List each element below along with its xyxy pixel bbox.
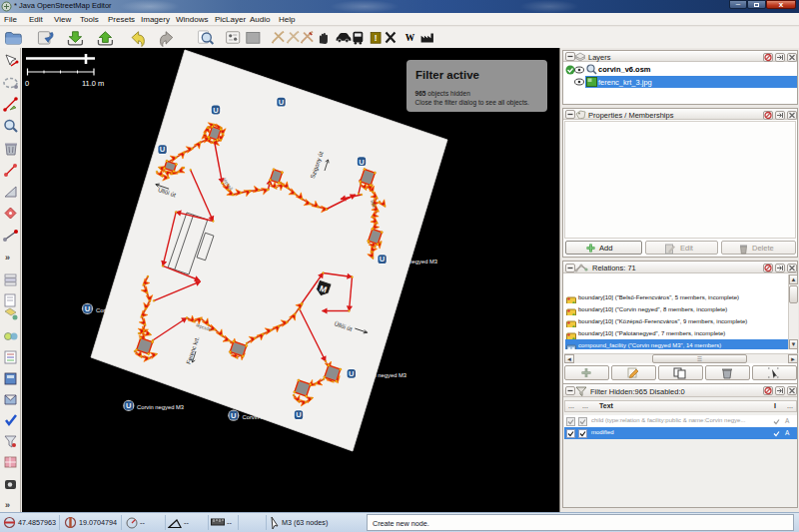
svg-text:U: U bbox=[349, 369, 355, 378]
svg-text:965 objects hidden: 965 objects hidden bbox=[415, 90, 471, 98]
svg-text:U: U bbox=[380, 255, 386, 264]
svg-text:0: 0 bbox=[25, 79, 29, 88]
svg-text:U: U bbox=[213, 106, 219, 115]
svg-text:U: U bbox=[126, 401, 132, 410]
svg-text:U: U bbox=[296, 410, 302, 419]
svg-text:U: U bbox=[231, 411, 237, 420]
svg-text:U: U bbox=[85, 304, 91, 313]
svg-text:11.0 m: 11.0 m bbox=[82, 79, 104, 88]
svg-text:»: » bbox=[5, 253, 10, 263]
svg-text:U: U bbox=[160, 145, 166, 154]
svg-text:!: ! bbox=[375, 34, 378, 43]
svg-text:Filter active: Filter active bbox=[415, 69, 479, 81]
svg-text:»: » bbox=[5, 500, 10, 510]
svg-text:Corvin negyed M3: Corvin negyed M3 bbox=[137, 404, 184, 410]
svg-text:Close the filter dialog to see: Close the filter dialog to see all objec… bbox=[415, 99, 530, 107]
svg-text:W: W bbox=[405, 33, 415, 43]
svg-text:U: U bbox=[279, 98, 285, 107]
svg-text:U: U bbox=[359, 158, 365, 167]
